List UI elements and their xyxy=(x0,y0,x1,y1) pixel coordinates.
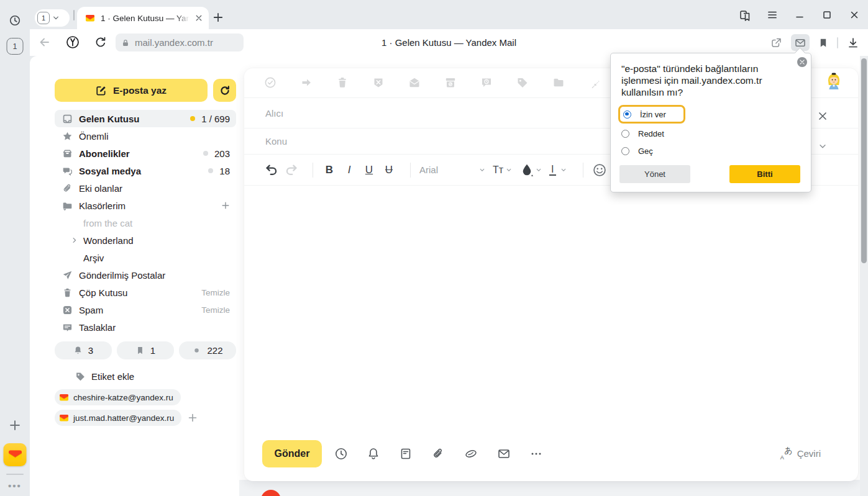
dialog-option-reddet[interactable]: Reddet xyxy=(611,125,811,142)
refresh-button[interactable] xyxy=(213,79,236,102)
sidebar-folder-g-nderilmi-postalar[interactable]: Gönderilmiş Postalar xyxy=(55,266,236,284)
folder-label: Sosyal medya xyxy=(79,166,141,176)
attach-from-disk-icon[interactable] xyxy=(464,447,478,461)
minimize-icon[interactable] xyxy=(786,0,813,29)
dialog-close-icon[interactable] xyxy=(797,57,807,67)
sidebar-folder-nemli[interactable]: Önemli xyxy=(55,127,236,145)
radio-off-icon[interactable] xyxy=(621,147,629,155)
strikethrough-button[interactable]: U xyxy=(381,161,396,179)
scrollbar-thumb[interactable] xyxy=(861,58,867,263)
dialog-options: İzin verReddetGeç xyxy=(611,105,811,160)
chevron-down-icon[interactable] xyxy=(506,167,512,173)
new-tab-icon[interactable] xyxy=(212,12,224,23)
sidebar-folder-p-kutusu[interactable]: Çöp KutusuTemizle xyxy=(55,284,236,301)
attach-file-icon[interactable] xyxy=(431,447,445,461)
sidebar-folder-gelen-kutusu[interactable]: Gelen Kutusu1 / 699 xyxy=(55,110,236,127)
radio-on-icon[interactable] xyxy=(623,110,631,119)
template-icon[interactable] xyxy=(399,447,413,461)
add-folder-icon[interactable] xyxy=(221,201,230,210)
tab-group-button[interactable]: 1 xyxy=(35,9,70,27)
sidebar-folder-ar-iv[interactable]: Arşiv xyxy=(55,249,236,266)
compose-button[interactable]: E-posta yaz xyxy=(55,79,208,102)
dialog-option-ge[interactable]: Geç xyxy=(611,142,811,160)
workspace-button[interactable]: 1 xyxy=(7,38,24,55)
done-button[interactable]: Bitti xyxy=(729,165,800,183)
sidebar-folder-eki-olanlar[interactable]: Eki olanlar xyxy=(55,179,236,197)
chevron-down-icon[interactable] xyxy=(479,167,485,173)
font-family-select[interactable]: Arial xyxy=(419,165,479,175)
account-chip[interactable]: cheshire-katze@yandex.ru xyxy=(55,389,181,405)
attach-from-mail-icon[interactable] xyxy=(497,447,511,461)
sidebar-folder-from-the-cat[interactable]: from the cat xyxy=(55,214,236,232)
focus-ring: İzin ver xyxy=(618,105,685,124)
address-toolbar: mail.yandex.com.tr 1 · Gelen Kutusu — Ya… xyxy=(30,29,868,56)
bold-button[interactable]: B xyxy=(322,161,337,179)
yandex-logo-icon[interactable] xyxy=(66,35,80,49)
folder-list: Gelen Kutusu1 / 699ÖnemliAbonelikler203S… xyxy=(55,110,236,336)
back-icon[interactable] xyxy=(39,36,51,48)
sidebar-folder-taslaklar[interactable]: Taslaklar xyxy=(55,318,236,336)
close-window-icon[interactable] xyxy=(841,0,868,29)
translate-button[interactable]: あ A Çeviri xyxy=(780,447,821,459)
sidebar-more-icon[interactable]: ••• xyxy=(8,480,22,491)
maximize-icon[interactable] xyxy=(813,0,841,29)
user-avatar[interactable] xyxy=(823,71,844,92)
font-size-button[interactable]: Tт xyxy=(493,165,503,176)
folder-label: Taslaklar xyxy=(79,322,116,333)
highlight-color-icon[interactable] xyxy=(519,161,534,179)
sidebar-folder-wonderland[interactable]: Wonderland xyxy=(55,232,236,249)
sidebar-folder-abonelikler[interactable]: Abonelikler203 xyxy=(55,145,236,162)
yandex-mail-app-icon[interactable] xyxy=(4,443,27,466)
panels-icon[interactable] xyxy=(731,0,759,29)
notify-icon[interactable] xyxy=(367,447,380,461)
redo-icon[interactable] xyxy=(284,161,299,179)
clear-folder-link[interactable]: Temizle xyxy=(201,305,230,315)
dialog-message: "e-posta" türündeki bağlantılarınişlenme… xyxy=(611,53,811,98)
chevron-down-icon xyxy=(52,14,60,22)
dialog-option-i-zin-ver[interactable]: İzin ver xyxy=(622,107,666,122)
clear-folder-link[interactable]: Temizle xyxy=(201,288,230,297)
italic-button[interactable]: I xyxy=(342,161,357,179)
page-scrollbar[interactable] xyxy=(860,56,868,496)
add-account-icon[interactable] xyxy=(188,413,198,423)
chevron-right-icon[interactable] xyxy=(71,237,78,244)
download-icon[interactable] xyxy=(847,37,859,49)
send-button[interactable]: Gönder xyxy=(262,440,322,467)
chevron-down-icon[interactable] xyxy=(536,167,542,173)
translate-icon: あ A xyxy=(780,447,793,459)
account-email: cheshire-katze@yandex.ru xyxy=(73,393,173,402)
history-icon[interactable] xyxy=(9,14,21,27)
chevron-down-icon[interactable] xyxy=(560,167,567,173)
sidebar-folder-sosyal-medya[interactable]: Sosyal medya18 xyxy=(55,162,236,179)
add-label-button[interactable]: Etiket ekle xyxy=(55,369,236,384)
folder-solid-icon xyxy=(552,76,565,89)
counter-pill-dot[interactable]: 222 xyxy=(179,341,236,359)
more-options-icon[interactable] xyxy=(529,447,543,461)
emoji-icon[interactable] xyxy=(592,161,607,179)
add-panel-icon[interactable] xyxy=(9,419,21,431)
browser-tab[interactable]: 1 · Gelen Kutusu — Yand xyxy=(77,7,209,29)
counter-pill-bookmark[interactable]: 1 xyxy=(117,341,174,359)
browser-left-sidebar: 1 ••• xyxy=(0,0,30,496)
address-bar[interactable]: mail.yandex.com.tr xyxy=(116,34,244,52)
menu-icon[interactable] xyxy=(759,0,786,29)
schedule-send-icon[interactable] xyxy=(334,447,348,461)
sidebar-folder-spam[interactable]: SpamTemizle xyxy=(55,301,236,318)
dialog-buttons: Yönet Bitti xyxy=(611,165,811,183)
tab-close-icon[interactable] xyxy=(195,14,203,22)
manage-button[interactable]: Yönet xyxy=(619,165,690,183)
share-icon[interactable] xyxy=(770,37,782,49)
radio-off-icon[interactable] xyxy=(621,130,629,138)
account-chip[interactable]: just.mad.hatter@yandex.ru xyxy=(55,410,181,426)
bookmark-icon[interactable] xyxy=(818,38,828,48)
close-compose-icon[interactable] xyxy=(818,111,828,121)
underline-button[interactable]: U xyxy=(362,161,377,179)
counter-pill-bell[interactable]: 3 xyxy=(55,341,112,359)
reload-icon[interactable] xyxy=(94,36,107,48)
undo-icon[interactable] xyxy=(264,161,279,179)
text-color-button[interactable]: I xyxy=(549,165,555,176)
sidebar-folder-klas-rlerim[interactable]: Klasörlerim xyxy=(55,197,236,214)
collapse-compose-icon[interactable] xyxy=(818,142,827,151)
chat-clock-icon xyxy=(480,76,493,89)
message-body[interactable] xyxy=(244,186,858,412)
